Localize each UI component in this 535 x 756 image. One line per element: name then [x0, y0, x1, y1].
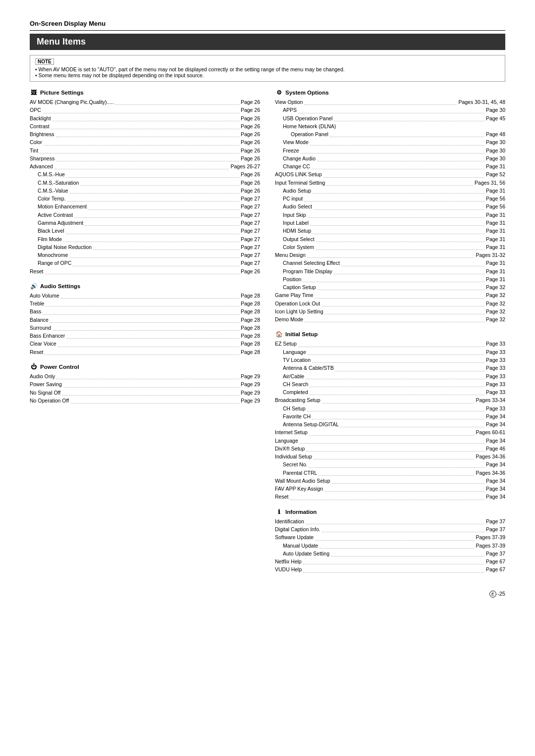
list-item: LanguagePage 34: [275, 437, 505, 445]
entry-label: Demo Mode: [275, 315, 303, 323]
entry-page: Pages 37-39: [476, 542, 505, 550]
entry-page: Page 26: [241, 147, 260, 154]
list-item: BacklightPage 26: [30, 114, 260, 122]
list-item: Favorite CHPage 34: [275, 412, 505, 420]
entry-page: Page 26: [241, 187, 260, 195]
entry-page: Page 28: [241, 324, 260, 332]
entry-page: Page 33: [486, 340, 505, 348]
entry-label: Identification: [275, 517, 304, 525]
list-item: TintPage 26: [30, 147, 260, 154]
list-item: BassPage 28: [30, 307, 260, 315]
entry-label: FAV APP Key Assign: [275, 485, 323, 493]
list-item: SurroundPage 28: [30, 324, 260, 332]
entry-label: Audio Select: [283, 202, 312, 210]
list-item: View OptionPages 30-31, 45, 48: [275, 98, 505, 106]
entry-label: Color System: [283, 243, 314, 251]
entry-label: Air/Cable: [283, 372, 304, 380]
entry-page: Page 31: [486, 267, 505, 275]
entry-page: Page 26: [241, 170, 260, 178]
audio-icon: 🔊: [30, 282, 38, 290]
entry-page: Page 33: [486, 388, 505, 396]
entry-page: Page 45: [486, 114, 505, 122]
entry-label: Output Select: [283, 235, 315, 243]
entry-page: Page 28: [241, 332, 260, 340]
entry-label: Broadcasting Setup: [275, 396, 321, 404]
entry-page: Page 46: [486, 445, 505, 453]
list-item: Parental CTRLPages 34-36: [275, 469, 505, 477]
list-item: Menu DesignPages 31-32: [275, 251, 505, 259]
entry-page: Page 33: [486, 380, 505, 388]
entry-label: Parental CTRL: [283, 469, 317, 477]
list-item: Internet SetupPages 60-61: [275, 428, 505, 436]
list-item: Motion EnhancementPage 27: [30, 202, 260, 210]
note-label: NOTE: [35, 58, 54, 65]
entry-label: PC input: [283, 195, 303, 202]
entry-label: APPS: [283, 106, 297, 114]
entry-page: Page 26: [241, 138, 260, 146]
list-item: CH SearchPage 33: [275, 380, 505, 388]
list-item: AQUOS LINK SetupPage 52: [275, 170, 505, 178]
list-item: Change CCPage 31: [275, 162, 505, 170]
entry-page: Page 34: [486, 493, 505, 501]
entry-page: Page 27: [241, 195, 260, 202]
entry-page: Page 31: [486, 211, 505, 219]
entry-label: Motion Enhancement: [38, 202, 87, 210]
section-heading-system: ⚙System Options: [275, 89, 505, 97]
list-item: AdvancedPages 26-27: [30, 162, 260, 170]
entry-page: Page 27: [241, 243, 260, 251]
entry-label: VUDU Help: [275, 565, 302, 573]
entry-page: Page 31: [486, 243, 505, 251]
list-item: Operation Lock OutPage 32: [275, 300, 505, 307]
section-heading-initial: 🏠Initial Setup: [275, 330, 505, 338]
entry-page: Page 29: [241, 389, 260, 397]
entry-label: Completed: [283, 388, 308, 396]
list-item: IdentificationPage 37: [275, 517, 505, 525]
entry-page: Page 33: [486, 404, 505, 412]
entry-label: Input Terminal Setting: [275, 179, 325, 187]
list-item: BalancePage 28: [30, 316, 260, 324]
list-item: Caption SetupPage 32: [275, 283, 505, 291]
entry-page: Page 34: [486, 437, 505, 445]
list-item: Air/CablePage 33: [275, 372, 505, 380]
entry-label: Clear Voice: [30, 340, 56, 348]
entry-page: Page 28: [241, 340, 260, 348]
entry-page: Page 56: [486, 195, 505, 202]
entry-page: Page 26: [241, 98, 260, 106]
entry-label: View Option: [275, 98, 303, 106]
entry-page: Page 34: [486, 485, 505, 493]
entry-page: Page 28: [241, 316, 260, 324]
list-item: Input Terminal SettingPages 31, 56: [275, 179, 505, 187]
entry-label: Individual Setup: [275, 453, 312, 460]
entry-page: Page 30: [486, 147, 505, 154]
section-heading-picture: 🖼Picture Settings: [30, 89, 260, 97]
list-item: ResetPage 34: [275, 493, 505, 501]
section-heading-audio: 🔊Audio Settings: [30, 282, 260, 290]
entry-page: Page 32: [486, 307, 505, 315]
entry-label: C.M.S.-Hue: [38, 170, 65, 178]
entry-page: Page 32: [486, 315, 505, 323]
entry-page: Page 28: [241, 300, 260, 307]
list-item: Wall Mount Audio SetupPage 34: [275, 477, 505, 485]
picture-icon: 🖼: [30, 89, 38, 97]
list-item: Broadcasting SetupPages 33-34: [275, 396, 505, 404]
entry-page: Page 31: [486, 227, 505, 235]
entry-label: Treble: [30, 300, 44, 307]
entry-label: Advanced: [30, 162, 53, 170]
section-heading-label-audio: Audio Settings: [40, 283, 80, 289]
entry-label: Bass Enhancer: [30, 332, 65, 340]
entry-page: Page 27: [241, 259, 260, 267]
entry-page: Page 37: [486, 525, 505, 533]
list-item: ResetPage 28: [30, 348, 260, 356]
list-item: TV LocationPage 33: [275, 356, 505, 364]
note-box: NOTE • When AV MODE is set to "AUTO", pa…: [30, 55, 505, 82]
list-item: ColorPage 26: [30, 138, 260, 146]
entry-label: Gamma Adjustment: [38, 219, 83, 227]
list-item: Audio SetupPage 31: [275, 187, 505, 195]
entry-page: Page 26: [241, 122, 260, 130]
note-line-1: • When AV MODE is set to "AUTO", part of…: [35, 66, 500, 72]
entry-page: Page 27: [241, 235, 260, 243]
entry-label: Change CC: [283, 162, 310, 170]
entry-label: Film Mode: [38, 235, 62, 243]
system-icon: ⚙: [275, 89, 283, 97]
entry-page: Page 30: [486, 154, 505, 162]
